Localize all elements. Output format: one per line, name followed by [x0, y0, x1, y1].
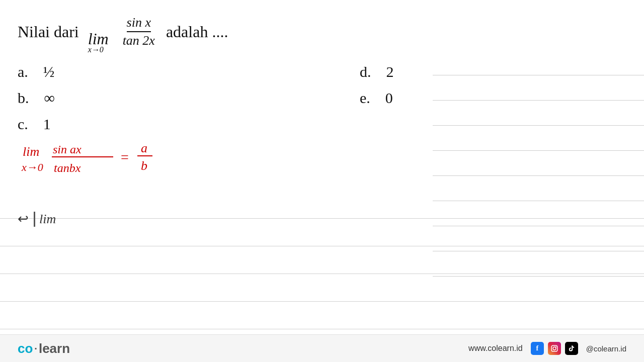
social-handle: @colearn.id	[586, 344, 626, 353]
svg-point-2	[555, 346, 556, 347]
answer-c-label: c.	[18, 116, 28, 132]
fraction-numerator: sin x	[127, 15, 151, 32]
colearn-logo: co · learn	[18, 341, 70, 356]
logo-learn: learn	[39, 341, 70, 356]
h-line-3	[0, 246, 644, 274]
limit-wrapper: lim x→0 sin x tan 2x	[88, 15, 157, 48]
ruled-line-4	[433, 126, 644, 151]
question-title: Nilai dari lim x→0 sin x tan 2x adalah .…	[18, 15, 626, 48]
footer: co · learn www.colearn.id f @colearn.i	[0, 334, 644, 362]
handwritten-formula-area: lim sin ax tanbx x→0 = a b	[18, 136, 219, 191]
svg-point-1	[553, 347, 556, 350]
handwritten-x-arrow-0: x→0	[21, 161, 43, 173]
facebook-icon: f	[531, 342, 544, 355]
h-line-5	[0, 302, 644, 329]
answer-b-label: b.	[18, 89, 29, 106]
answer-d-label: d.	[360, 63, 371, 80]
handwritten-lim: lim	[23, 144, 39, 159]
answer-a-label: a.	[18, 63, 28, 80]
handwritten-a-numerator: a	[141, 141, 147, 155]
answer-c: c. 1	[18, 116, 360, 133]
answer-e-label: e.	[360, 89, 370, 106]
svg-rect-0	[551, 345, 557, 351]
handwritten-b-denominator: b	[141, 158, 147, 173]
instagram-icon	[548, 342, 561, 355]
h-line-1	[0, 191, 644, 219]
fraction-denominator: tan 2x	[123, 32, 155, 48]
ig-svg	[551, 345, 558, 352]
h-line-2	[0, 219, 644, 246]
step-text: lim	[39, 212, 56, 226]
ruled-line-2	[433, 75, 644, 101]
answer-c-value: 1	[43, 116, 51, 132]
handwritten-equals: =	[121, 149, 129, 165]
tiktok-svg	[568, 345, 575, 352]
tiktok-icon	[565, 342, 578, 355]
answer-b-value: ∞	[44, 89, 55, 106]
question-suffix: adalah ....	[166, 23, 228, 41]
h-line-4	[0, 274, 644, 302]
question-prefix: Nilai dari	[18, 23, 79, 41]
limit-subscript: x→0	[88, 45, 104, 54]
lim-symbol: lim x→0	[88, 30, 109, 48]
ruled-line-5	[433, 151, 644, 176]
limit-fraction: sin x tan 2x	[123, 15, 155, 48]
handwritten-svg: lim sin ax tanbx x→0 = a b	[18, 136, 199, 191]
handwritten-sin-ax: sin ax	[53, 143, 82, 156]
logo-co: co	[18, 341, 33, 356]
step-box: lim	[34, 212, 56, 227]
ruled-line-3	[433, 101, 644, 126]
handwritten-tanbx: tanbx	[54, 161, 81, 174]
website-url: www.colearn.id	[468, 344, 523, 353]
answer-e-value: 0	[385, 89, 393, 106]
answer-d-value: 2	[386, 63, 394, 80]
fb-letter: f	[536, 344, 538, 352]
answer-a: a. ½	[18, 63, 360, 80]
ruled-line-1	[433, 50, 644, 75]
answer-a-value: ½	[43, 63, 55, 80]
step-area: ↩ lim	[18, 211, 56, 227]
h-lines-container	[0, 191, 644, 329]
answers-left-col: a. ½ b. ∞ c. 1	[18, 63, 360, 142]
answer-b: b. ∞	[18, 89, 360, 107]
social-icons: f	[531, 342, 578, 355]
logo-separator: ·	[34, 343, 37, 354]
footer-right: www.colearn.id f @colearn.id	[468, 342, 626, 355]
step-arrow: ↩	[18, 211, 29, 227]
